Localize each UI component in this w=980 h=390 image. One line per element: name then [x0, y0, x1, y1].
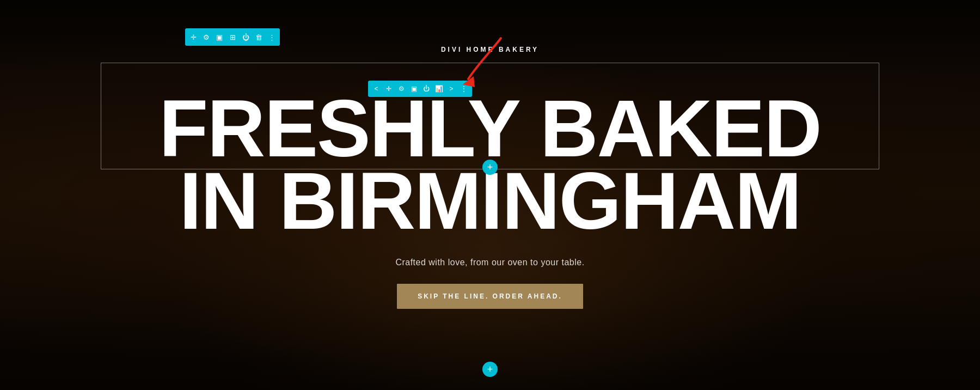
cta-button[interactable]: SKIP THE LINE. ORDER AHEAD. [397, 284, 583, 309]
add-section-heading-button[interactable]: + [482, 160, 498, 175]
brand-name: DIVI HOME BAKERY [0, 46, 980, 53]
settings-small-icon[interactable]: ⚙ [396, 85, 406, 93]
settings-icon[interactable]: ⚙ [201, 33, 211, 41]
layout-icon[interactable]: ▣ [215, 33, 224, 41]
module-toolbar[interactable]: ✛ ⚙ ▣ ⊞ ⏻ 🗑 ⋮ [185, 28, 280, 46]
power-small-icon[interactable]: ⏻ [421, 85, 431, 93]
more-icon[interactable]: ⋮ [267, 33, 277, 41]
add-section-bottom-button[interactable]: + [482, 362, 498, 377]
move-small-icon[interactable]: ✛ [384, 85, 394, 93]
move-icon[interactable]: ✛ [188, 33, 198, 41]
power-icon[interactable]: ⏻ [241, 33, 250, 41]
layout-small-icon[interactable]: ▣ [409, 85, 419, 93]
code-icon[interactable]: < [371, 85, 381, 93]
inline-toolbar[interactable]: < ✛ ⚙ ▣ ⏻ 📊 > ⋮ [368, 81, 472, 97]
more-small-icon[interactable]: ⋮ [459, 85, 469, 93]
arrow-right-icon[interactable]: > [446, 85, 456, 93]
columns-icon[interactable]: ⊞ [228, 33, 237, 41]
hero-section: ✛ ⚙ ▣ ⊞ ⏻ 🗑 ⋮ DIVI HOME BAKERY < ✛ ⚙ ▣ ⏻… [0, 0, 980, 390]
hero-subtitle: Crafted with love, from our oven to your… [395, 258, 584, 267]
hero-content: FRESHLY BAKED IN BIRMINGHAM Crafted with… [0, 81, 980, 309]
stats-icon[interactable]: 📊 [434, 85, 444, 93]
delete-icon[interactable]: 🗑 [254, 33, 264, 41]
